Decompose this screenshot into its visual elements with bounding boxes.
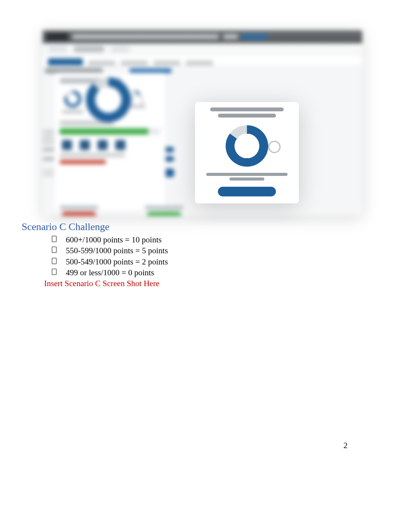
insert-note: Insert Scenario C Screen Shot Here bbox=[44, 279, 362, 288]
popup-primary-button bbox=[218, 187, 276, 196]
screenshot-title-placeholder bbox=[72, 34, 219, 39]
metric-badge-green bbox=[147, 212, 182, 216]
subheader-pill-active bbox=[74, 46, 104, 52]
square-icon bbox=[62, 140, 72, 150]
square-icon bbox=[98, 140, 108, 150]
header-chip-blue bbox=[241, 34, 268, 39]
popup-subtitle-line bbox=[218, 114, 276, 118]
square-icon bbox=[115, 140, 125, 150]
metric-item bbox=[60, 206, 98, 216]
stat-label bbox=[62, 110, 84, 114]
screenshot-header-right bbox=[223, 34, 268, 39]
popup-caption bbox=[206, 173, 288, 181]
list-item: 550-599/1000 points = 5 points bbox=[52, 245, 362, 256]
tab bbox=[186, 61, 213, 65]
page-number: 2 bbox=[344, 441, 348, 450]
metric-row bbox=[60, 206, 183, 216]
metric-label bbox=[60, 206, 98, 210]
square-icon bbox=[80, 140, 90, 150]
subheader-pill bbox=[48, 46, 67, 52]
metric-item bbox=[145, 206, 183, 216]
screenshot-subheader bbox=[43, 43, 362, 55]
document-content: Scenario C Challenge 600+/1000 points = … bbox=[22, 221, 362, 288]
stat-item bbox=[62, 90, 84, 114]
screenshot-header bbox=[43, 30, 362, 43]
screenshot-popup-card bbox=[195, 102, 299, 203]
metric-badge-red bbox=[62, 212, 96, 216]
tab bbox=[121, 61, 148, 65]
subheader-pill bbox=[111, 46, 130, 52]
tab bbox=[153, 61, 180, 65]
caption-line-red bbox=[60, 160, 106, 164]
tab bbox=[88, 61, 115, 65]
metric-label bbox=[145, 206, 183, 210]
section-heading: Scenario C Challenge bbox=[22, 221, 362, 233]
tab-active bbox=[48, 58, 83, 65]
popup-title-line bbox=[210, 107, 284, 111]
progress-fill bbox=[60, 128, 148, 135]
header-chip bbox=[223, 34, 238, 39]
list-item: 600+/1000 points = 10 points bbox=[52, 234, 362, 245]
progress-bar bbox=[60, 128, 160, 135]
mini-donut-icon bbox=[64, 90, 81, 107]
screenshot-logo bbox=[46, 33, 68, 41]
popup-caption-line bbox=[206, 173, 288, 176]
list-item: 499 or less/1000 = 0 points bbox=[52, 267, 362, 278]
icon-row bbox=[62, 140, 160, 150]
popup-caption-line bbox=[229, 177, 264, 181]
screenshot-tabs bbox=[43, 55, 362, 66]
caption-line bbox=[60, 153, 125, 157]
list-item: 500-549/1000 points = 2 points bbox=[52, 256, 362, 267]
document-page: Scenario C Challenge 600+/1000 points = … bbox=[0, 0, 411, 532]
popup-donut-chart bbox=[226, 125, 268, 167]
big-donut-chart bbox=[86, 77, 131, 122]
points-list: 600+/1000 points = 10 points 550-599/100… bbox=[52, 234, 362, 278]
